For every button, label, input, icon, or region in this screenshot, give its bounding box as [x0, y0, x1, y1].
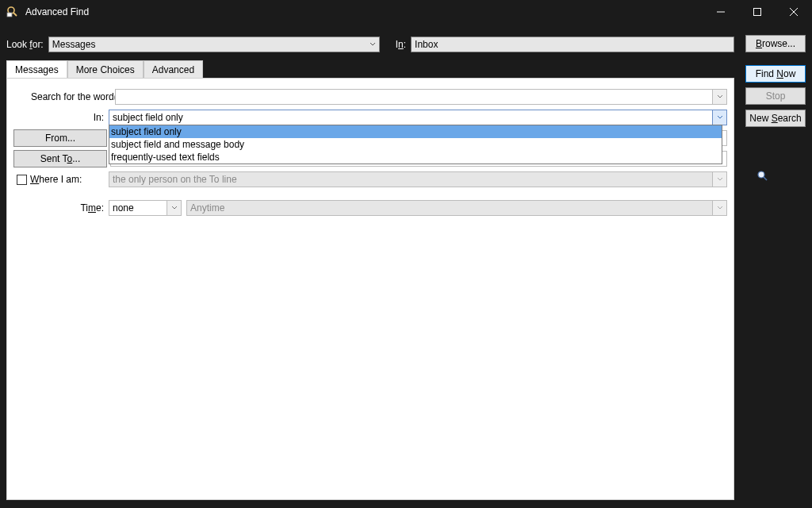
- find-now-button[interactable]: Find Now: [745, 65, 806, 83]
- toprow: Look for: Messages In: Inbox: [0, 32, 812, 57]
- tab-messages[interactable]: Messages: [6, 60, 67, 79]
- svg-line-8: [764, 177, 767, 180]
- tab-advanced[interactable]: Advanced: [144, 60, 203, 78]
- dropdown-option[interactable]: frequently-used text fields: [109, 151, 722, 164]
- chevron-down-icon: [712, 90, 726, 104]
- lookfor-combo[interactable]: Messages: [48, 37, 380, 52]
- svg-rect-2: [7, 13, 12, 17]
- search-words-combo[interactable]: [115, 89, 727, 105]
- maximize-button[interactable]: [739, 0, 776, 24]
- time-label: Time:: [13, 202, 109, 214]
- where-i-am-label: Where I am:: [30, 174, 82, 185]
- in-field-value: subject field only: [113, 112, 183, 123]
- in-field-label: In:: [13, 112, 109, 123]
- svg-line-1: [13, 13, 17, 16]
- in-label-top: In:: [396, 39, 406, 50]
- in-folder-value: Inbox: [415, 39, 438, 50]
- titlebar: Advanced Find: [0, 0, 812, 24]
- lookfor-label: Look for:: [6, 39, 44, 50]
- tabs: Messages More Choices Advanced: [6, 59, 734, 78]
- tab-more-choices[interactable]: More Choices: [67, 60, 144, 78]
- chevron-down-icon: [167, 201, 181, 215]
- where-i-am-value: the only person on the To line: [113, 174, 237, 185]
- new-search-button[interactable]: New Search: [745, 110, 806, 127]
- stop-button: Stop: [745, 87, 806, 105]
- side-buttons: Browse... Find Now Stop New Search: [745, 35, 806, 127]
- app-icon: [6, 6, 19, 18]
- time-value: none: [113, 202, 134, 214]
- lookfor-value: Messages: [52, 39, 96, 50]
- time-combo[interactable]: none: [109, 200, 182, 216]
- sent-to-button[interactable]: Sent To...: [13, 150, 107, 167]
- chevron-down-icon: [712, 201, 726, 215]
- chevron-down-icon: [370, 39, 376, 50]
- dropdown-option[interactable]: subject field only: [109, 125, 722, 138]
- minimize-button[interactable]: [703, 0, 739, 24]
- time-range-combo: Anytime: [186, 200, 727, 216]
- in-folder-field[interactable]: Inbox: [411, 37, 734, 52]
- where-i-am-checkbox[interactable]: [17, 175, 27, 185]
- time-range-value: Anytime: [190, 202, 224, 214]
- svg-point-7: [758, 171, 764, 178]
- tabpanel-messages: Search for the word(s): In: subject fiel…: [6, 78, 734, 500]
- chevron-down-icon: [712, 172, 726, 187]
- chevron-down-icon: [712, 110, 726, 125]
- window-title: Advanced Find: [25, 6, 89, 17]
- browse-button[interactable]: Browse...: [745, 35, 806, 52]
- in-field-dropdown[interactable]: subject field only subject field and mes…: [109, 125, 722, 164]
- from-button[interactable]: From...: [13, 129, 107, 147]
- dropdown-option[interactable]: subject field and message body: [109, 138, 722, 151]
- panel-wrap: Messages More Choices Advanced Search fo…: [6, 59, 734, 500]
- svg-rect-4: [754, 9, 761, 16]
- close-button[interactable]: [776, 0, 812, 24]
- in-field-combo[interactable]: subject field only: [109, 110, 727, 125]
- cursor-icon: [756, 170, 769, 185]
- where-i-am-combo: the only person on the To line: [109, 171, 727, 187]
